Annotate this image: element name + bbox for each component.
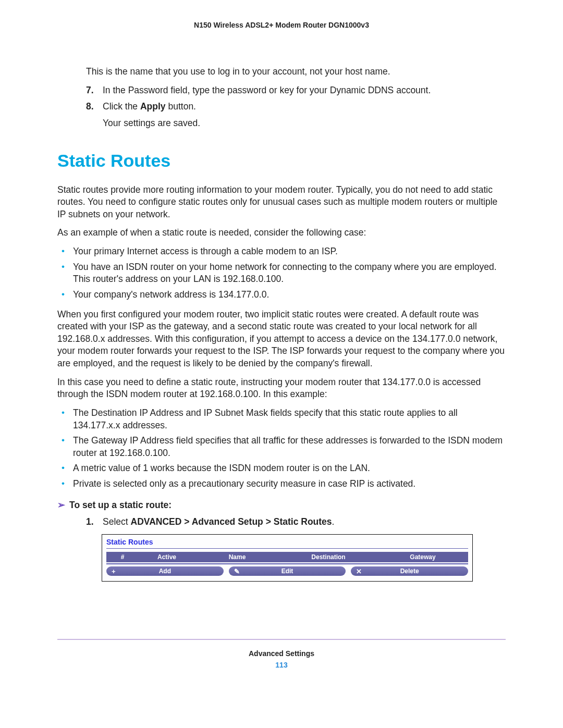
close-icon: ✕	[356, 567, 362, 575]
edit-icon: ✎	[234, 567, 240, 575]
bullet-item: Your primary Internet access is through …	[57, 245, 506, 258]
step-text-post: button.	[166, 101, 196, 112]
col-name: Name	[198, 553, 276, 561]
triangle-icon: ➢	[57, 500, 65, 511]
page-number: 113	[57, 661, 506, 669]
task-title: To set up a static route:	[69, 500, 172, 510]
static-routes-screenshot: Static Routes # Active Name Destination …	[102, 534, 473, 582]
task-step-pre: Select	[103, 516, 131, 527]
footer-rule	[57, 639, 506, 640]
step-7: 7. In the Password field, type the passw…	[86, 84, 506, 97]
bullet-item: A metric value of 1 works because the IS…	[57, 462, 506, 475]
bullet-item: The Gateway IP Address field specifies t…	[57, 435, 506, 459]
section-p4: In this case you need to define a static…	[57, 376, 506, 401]
step-text-pre: Click the	[103, 101, 140, 112]
task-step-list: 1. Select ADVANCED > Advanced Setup > St…	[86, 516, 506, 528]
page-footer: Advanced Settings 113	[57, 649, 506, 669]
doc-header: N150 Wireless ADSL2+ Modem Router DGN100…	[57, 21, 506, 29]
section-p3: When you first configured your modem rou…	[57, 309, 506, 370]
section-heading: Static Routes	[57, 151, 506, 171]
button-row: + Add ✎ Edit ✕ Delete	[102, 564, 472, 581]
add-button[interactable]: + Add	[106, 566, 224, 576]
task-step-post: .	[332, 516, 335, 527]
bullet-item: Private is selected only as a precaution…	[57, 478, 506, 490]
table-header-row: # Active Name Destination Gateway	[106, 552, 468, 562]
col-destination: Destination	[276, 553, 381, 561]
button-label: Add	[159, 567, 171, 575]
footer-section-label: Advanced Settings	[57, 649, 506, 658]
section-p1: Static routes provide more routing infor…	[57, 184, 506, 221]
button-label: Edit	[282, 567, 293, 575]
section-p2: As an example of when a static route is …	[57, 227, 506, 239]
step-number: 8.	[86, 101, 94, 113]
edit-button[interactable]: ✎ Edit	[229, 566, 346, 576]
task-lead: ➢To set up a static route:	[57, 500, 506, 511]
divider	[106, 548, 468, 549]
delete-button[interactable]: ✕ Delete	[351, 566, 468, 576]
step-number: 7.	[86, 84, 94, 97]
col-active: Active	[136, 553, 198, 561]
step-list: 7. In the Password field, type the passw…	[86, 84, 506, 130]
bullet-item: You have an ISDN router on your home net…	[57, 261, 506, 286]
col-hash: #	[109, 553, 136, 561]
button-label: Delete	[400, 567, 419, 575]
bullet-list-2: The Destination IP Address and IP Subnet…	[57, 407, 506, 490]
nav-path-bold: ADVANCED > Advanced Setup > Static Route…	[131, 516, 332, 527]
bullet-item: The Destination IP Address and IP Subnet…	[57, 407, 506, 431]
step-number: 1.	[86, 516, 94, 528]
task-step-1: 1. Select ADVANCED > Advanced Setup > St…	[86, 516, 506, 528]
step-text: In the Password field, type the password…	[103, 85, 431, 95]
bullet-list-1: Your primary Internet access is through …	[57, 245, 506, 301]
bullet-item: Your company's network address is 134.17…	[57, 289, 506, 301]
col-gateway: Gateway	[381, 553, 465, 561]
intro-line: This is the name that you use to log in …	[86, 66, 506, 78]
step-8: 8. Click the Apply button. Your settings…	[86, 101, 506, 129]
plus-icon: +	[112, 567, 116, 575]
apply-bold: Apply	[140, 101, 166, 112]
step-sub: Your settings are saved.	[103, 117, 506, 130]
panel-title: Static Routes	[102, 535, 472, 548]
